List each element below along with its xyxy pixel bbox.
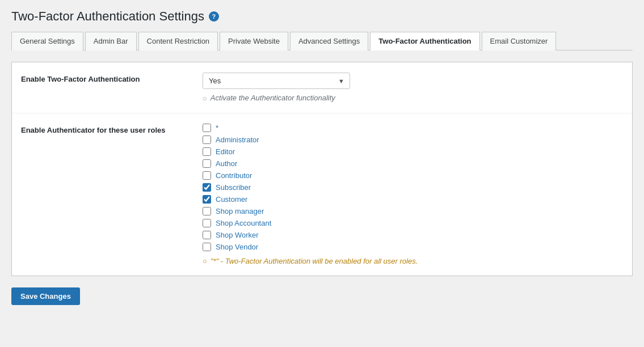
role-label-contributor[interactable]: Contributor: [216, 171, 252, 180]
user-roles-label: Enable Authenticator for these user role…: [21, 124, 203, 134]
enable-2fa-row: Enable Two-Factor Authentication YesNo ▼…: [12, 62, 632, 113]
role-item-all: *: [203, 124, 623, 132]
role-label-administrator[interactable]: Administrator: [216, 136, 259, 144]
role-label-shop-accountant[interactable]: Shop Accountant: [216, 219, 271, 227]
tab-admin-bar[interactable]: Admin Bar: [85, 32, 137, 50]
role-item-subscriber: Subscriber: [203, 183, 623, 192]
save-changes-button[interactable]: Save Changes: [11, 287, 80, 305]
role-item-shop-worker: Shop Worker: [203, 231, 623, 239]
role-checkbox-author[interactable]: [203, 159, 211, 168]
role-item-customer: Customer: [203, 195, 623, 204]
tab-private-website[interactable]: Private Website: [220, 32, 288, 50]
role-checkbox-shop-worker[interactable]: [203, 231, 211, 239]
role-checkbox-shop-vendor[interactable]: [203, 243, 211, 251]
roles-list: *AdministratorEditorAuthorContributorSub…: [203, 124, 623, 251]
role-note-bullet: ○: [203, 257, 207, 265]
enable-2fa-select-wrap: YesNo ▼: [203, 73, 350, 89]
enable-2fa-select[interactable]: YesNo: [203, 73, 350, 89]
page-title-area: Two-Factor Authentication Settings ?: [11, 9, 633, 24]
tab-advanced-settings[interactable]: Advanced Settings: [290, 32, 368, 50]
role-checkbox-administrator[interactable]: [203, 136, 211, 144]
role-checkbox-contributor[interactable]: [203, 171, 211, 180]
role-label-all[interactable]: *: [216, 124, 218, 132]
role-item-shop-accountant: Shop Accountant: [203, 219, 623, 227]
user-roles-row: Enable Authenticator for these user role…: [12, 113, 632, 276]
role-label-subscriber[interactable]: Subscriber: [216, 183, 251, 192]
settings-panel: Enable Two-Factor Authentication YesNo ▼…: [11, 62, 633, 276]
tab-two-factor-auth[interactable]: Two-Factor Authentication: [370, 32, 479, 50]
page-title: Two-Factor Authentication Settings: [11, 9, 204, 24]
enable-2fa-hint: ○ Activate the Authenticator functionali…: [203, 94, 623, 103]
role-note-text: "*" - Two-Factor Authentication will be …: [211, 257, 418, 265]
role-label-shop-worker[interactable]: Shop Worker: [216, 231, 259, 239]
role-item-shop-vendor: Shop Vendor: [203, 243, 623, 251]
tab-general[interactable]: General Settings: [11, 32, 83, 50]
role-label-shop-manager[interactable]: Shop manager: [216, 207, 264, 215]
hint-text: Activate the Authenticator functionality: [211, 94, 335, 102]
role-checkbox-editor[interactable]: [203, 147, 211, 156]
role-checkbox-subscriber[interactable]: [203, 183, 211, 192]
help-icon[interactable]: ?: [209, 11, 219, 22]
tab-email-customizer[interactable]: Email Customizer: [482, 32, 557, 50]
role-item-shop-manager: Shop manager: [203, 207, 623, 215]
role-label-author[interactable]: Author: [216, 159, 237, 168]
role-item-editor: Editor: [203, 147, 623, 156]
role-checkbox-customer[interactable]: [203, 195, 211, 204]
role-checkbox-shop-manager[interactable]: [203, 207, 211, 215]
hint-bullet: ○: [203, 94, 207, 103]
role-item-contributor: Contributor: [203, 171, 623, 180]
role-label-customer[interactable]: Customer: [216, 195, 247, 204]
enable-2fa-control: YesNo ▼ ○ Activate the Authenticator fun…: [203, 73, 623, 103]
tab-content-restriction[interactable]: Content Restriction: [138, 32, 218, 50]
enable-2fa-label: Enable Two-Factor Authentication: [21, 73, 203, 83]
role-item-author: Author: [203, 159, 623, 168]
role-label-shop-vendor[interactable]: Shop Vendor: [216, 243, 258, 251]
role-checkbox-all[interactable]: [203, 124, 211, 132]
role-label-editor[interactable]: Editor: [216, 147, 235, 156]
user-roles-control: *AdministratorEditorAuthorContributorSub…: [203, 124, 623, 265]
tabs-bar: General SettingsAdmin BarContent Restric…: [11, 32, 633, 50]
role-checkbox-shop-accountant[interactable]: [203, 219, 211, 227]
roles-note: ○ "*" - Two-Factor Authentication will b…: [203, 257, 623, 265]
role-item-administrator: Administrator: [203, 136, 623, 144]
